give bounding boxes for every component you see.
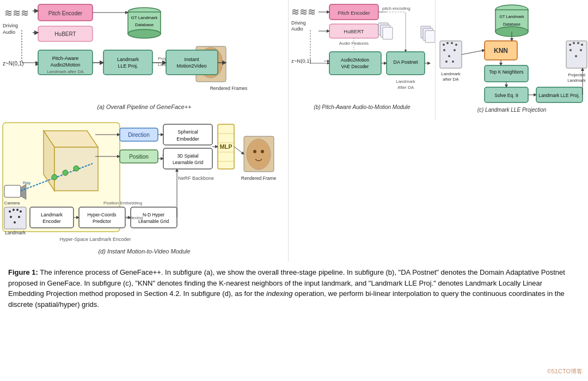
svg-rect-109 xyxy=(329,52,381,75)
svg-text:Audio: Audio xyxy=(291,26,303,32)
svg-text:Hyper-Space Landmark Encoder: Hyper-Space Landmark Encoder xyxy=(59,237,131,242)
svg-text:(c) Landmark LLE Projection: (c) Landmark LLE Projection xyxy=(477,107,547,113)
svg-point-142 xyxy=(443,44,445,46)
svg-point-46 xyxy=(74,166,79,171)
caption-area: Figure 1: The inference process of GeneF… xyxy=(0,262,588,381)
svg-point-65 xyxy=(261,150,264,153)
svg-point-78 xyxy=(13,209,15,211)
svg-text:Top K Neighbors: Top K Neighbors xyxy=(489,69,524,75)
svg-point-81 xyxy=(10,216,12,218)
subfig-a-diagram: ≋≋≋ Driving Audio Pitch Encoder HuBERT z… xyxy=(0,0,289,120)
driving-audio-label-a: Driving xyxy=(3,23,18,28)
svg-text:≋≋≋: ≋≋≋ xyxy=(4,8,29,19)
svg-text:GT Landmark: GT Landmark xyxy=(499,14,524,19)
svg-rect-70 xyxy=(79,207,125,228)
svg-text:Solve Eq. 9: Solve Eq. 9 xyxy=(494,93,518,98)
svg-rect-120 xyxy=(383,27,393,39)
svg-rect-76 xyxy=(4,207,26,229)
svg-text:Landmark: Landmark xyxy=(117,57,139,62)
svg-text:Learnable Grid: Learnable Grid xyxy=(138,219,169,224)
svg-point-80 xyxy=(20,210,22,213)
svg-text:Landmark: Landmark xyxy=(396,79,416,84)
svg-rect-50 xyxy=(163,124,212,145)
svg-point-167 xyxy=(580,49,582,51)
svg-text:HuBERT: HuBERT xyxy=(344,28,364,34)
svg-point-168 xyxy=(575,55,577,57)
svg-text:Landmark after DA: Landmark after DA xyxy=(47,69,84,74)
svg-point-79 xyxy=(16,209,19,211)
svg-point-144 xyxy=(451,42,453,44)
svg-point-83 xyxy=(14,221,16,223)
svg-text:Audio2Motion: Audio2Motion xyxy=(50,62,80,68)
svg-text:Camera: Camera xyxy=(4,201,20,205)
svg-point-149 xyxy=(445,61,448,63)
svg-point-148 xyxy=(448,55,450,57)
subfig-d-caption: (d) Instant Motion-to-Video Module xyxy=(98,248,190,255)
svg-text:Audio2Motion: Audio2Motion xyxy=(341,57,369,63)
svg-text:pitch encoding: pitch encoding xyxy=(382,6,411,11)
svg-point-166 xyxy=(569,49,572,51)
svg-point-162 xyxy=(569,44,571,46)
svg-text:Landmark: Landmark xyxy=(567,78,586,83)
subfig-b-diagram: ≋≋≋ Driving Audio Pitch Encoder HuBERT p… xyxy=(289,0,436,120)
svg-text:Position Embedding: Position Embedding xyxy=(103,201,142,205)
svg-text:Landmark: Landmark xyxy=(441,71,461,76)
svg-point-64 xyxy=(253,150,256,153)
svg-text:(b) Pitch-Aware Audio-to-Motio: (b) Pitch-Aware Audio-to-Motion Module xyxy=(314,104,411,110)
svg-text:Instant: Instant xyxy=(184,57,199,62)
svg-text:Landmark: Landmark xyxy=(5,230,26,235)
svg-text:Rendered Frame: Rendered Frame xyxy=(241,176,277,181)
caption-bold: Figure 1: xyxy=(8,268,38,276)
svg-text:After DA: After DA xyxy=(397,85,414,90)
svg-text:MLP: MLP xyxy=(219,143,232,150)
svg-text:KNN: KNN xyxy=(494,47,508,55)
svg-line-171 xyxy=(462,50,485,55)
svg-point-143 xyxy=(446,42,449,44)
svg-text:NeRF Backbone: NeRF Backbone xyxy=(178,176,214,181)
svg-text:Motion2Video: Motion2Video xyxy=(177,63,207,69)
svg-point-163 xyxy=(573,42,575,44)
svg-point-145 xyxy=(455,44,457,46)
svg-text:Predictor: Predictor xyxy=(93,219,111,224)
svg-text:Database: Database xyxy=(503,22,520,27)
svg-point-77 xyxy=(9,210,11,213)
caption-text: The inference process of GeneFace++. In … xyxy=(8,268,565,309)
svg-point-164 xyxy=(577,42,579,44)
svg-rect-67 xyxy=(30,207,74,228)
pitch-encoder-a: Pitch Encoder xyxy=(48,10,83,16)
z-label-a: z~N(0,1) xyxy=(3,61,24,66)
subfig-c-diagram: GT Landmark Database Landmark after DA xyxy=(436,0,588,120)
svg-rect-13 xyxy=(103,50,152,75)
svg-text:Rendered Frames: Rendered Frames xyxy=(210,86,248,91)
svg-text:N-D Hyper: N-D Hyper xyxy=(143,212,164,217)
svg-text:Encoder: Encoder xyxy=(42,219,61,224)
svg-text:VAE Decoder: VAE Decoder xyxy=(341,64,369,69)
svg-point-146 xyxy=(443,49,445,51)
svg-text:after DA: after DA xyxy=(443,77,459,82)
svg-text:Pitch Encoder: Pitch Encoder xyxy=(338,10,370,16)
svg-text:Learnable Grid: Learnable Grid xyxy=(173,160,204,165)
svg-point-82 xyxy=(18,216,20,218)
svg-text:Spherical: Spherical xyxy=(177,129,198,135)
svg-point-63 xyxy=(247,139,271,170)
svg-text:Landmark: Landmark xyxy=(41,212,63,217)
main-container: ≋≋≋ Driving Audio Pitch Encoder HuBERT z… xyxy=(0,0,588,381)
svg-rect-36 xyxy=(4,185,21,197)
svg-point-147 xyxy=(454,49,456,51)
svg-text:Embedder: Embedder xyxy=(176,136,199,142)
svg-text:Database: Database xyxy=(135,22,154,27)
svg-text:Audio: Audio xyxy=(3,29,15,35)
subfig-d-diagram: Camera Ray Direction xyxy=(0,120,289,262)
svg-text:Landmark LLE Proj.: Landmark LLE Proj. xyxy=(538,93,579,98)
svg-text:Ray: Ray xyxy=(23,180,30,185)
svg-text:≋≋≋: ≋≋≋ xyxy=(291,7,316,17)
svg-point-44 xyxy=(52,174,57,180)
svg-point-45 xyxy=(63,170,68,176)
subfig-a-caption: (a) Overall Pipeline of GeneFace++ xyxy=(97,104,192,110)
svg-point-150 xyxy=(452,61,454,63)
direction-label: Direction xyxy=(128,132,149,138)
svg-text:Pitch-Aware: Pitch-Aware xyxy=(52,56,78,61)
hubert-a: HuBERT xyxy=(54,31,76,37)
svg-text:z~N(0,1): z~N(0,1) xyxy=(291,58,311,64)
svg-text:GT Landmark: GT Landmark xyxy=(131,15,158,20)
